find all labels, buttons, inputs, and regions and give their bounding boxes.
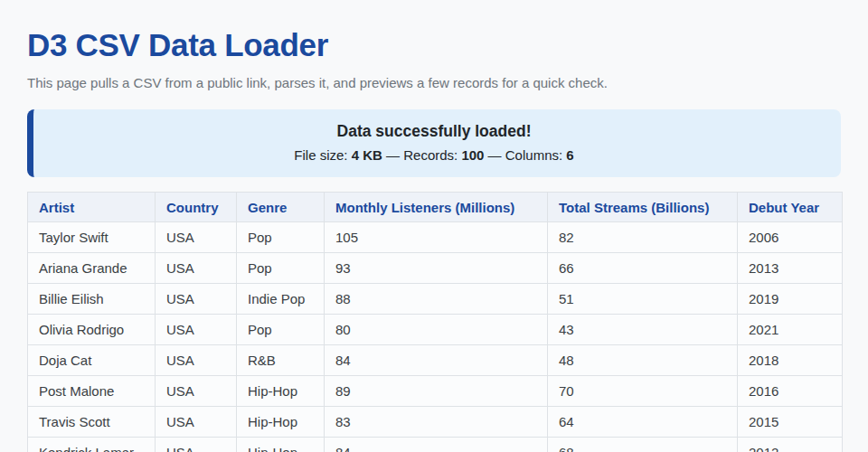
- columns-label: — Columns:: [484, 147, 566, 163]
- table-cell: 2019: [738, 284, 843, 315]
- table-row: Doja Cat USA R&B 84 48 2018: [28, 345, 843, 376]
- table-cell: Ariana Grande: [28, 253, 156, 284]
- file-size-value: 4 KB: [352, 147, 382, 163]
- table-cell: 105: [325, 222, 548, 253]
- table-cell: Hip-Hop: [237, 438, 325, 452]
- table-cell: 93: [325, 253, 548, 284]
- table-cell: Taylor Swift: [28, 222, 156, 253]
- table-row: Kendrick Lamar USA Hip-Hop 84 68 2012: [28, 438, 843, 452]
- table-cell: 80: [325, 315, 548, 345]
- table-cell: Pop: [237, 253, 325, 284]
- table-cell: 2006: [738, 222, 843, 253]
- page-title: D3 CSV Data Loader: [27, 27, 841, 63]
- table-cell: 68: [548, 438, 738, 452]
- table-cell: USA: [156, 222, 237, 253]
- table-row: Post Malone USA Hip-Hop 89 70 2016: [28, 376, 843, 407]
- table-cell: USA: [156, 407, 237, 438]
- column-header-monthly-listeners: Monthly Listeners (Millions): [325, 193, 548, 222]
- table-cell: USA: [156, 284, 237, 315]
- page-subtitle: This page pulls a CSV from a public link…: [27, 75, 841, 90]
- table-cell: USA: [156, 253, 237, 284]
- table-row: Ariana Grande USA Pop 93 66 2013: [28, 253, 843, 284]
- column-header-country: Country: [156, 193, 237, 222]
- table-cell: 48: [548, 345, 738, 376]
- table-cell: 66: [548, 253, 738, 284]
- table-cell: 43: [548, 315, 738, 345]
- alert-meta: File size: 4 KB — Records: 100 — Columns…: [45, 147, 823, 163]
- page-container: D3 CSV Data Loader This page pulls a CSV…: [0, 0, 868, 452]
- table-cell: 83: [325, 407, 548, 438]
- table-cell: Billie Eilish: [28, 284, 156, 315]
- table-cell: Indie Pop: [237, 284, 325, 315]
- table-cell: 2012: [738, 438, 843, 452]
- table-cell: Pop: [237, 315, 325, 345]
- column-header-total-streams: Total Streams (Billions): [548, 193, 738, 222]
- table-cell: Hip-Hop: [237, 407, 325, 438]
- table-cell: Travis Scott: [28, 407, 156, 438]
- table-cell: Pop: [237, 222, 325, 253]
- column-header-debut-year: Debut Year: [738, 193, 843, 222]
- table-cell: 2018: [738, 345, 843, 376]
- table-cell: 2013: [738, 253, 843, 284]
- column-header-genre: Genre: [237, 193, 325, 222]
- table-cell: Doja Cat: [28, 345, 156, 376]
- table-cell: 70: [548, 376, 738, 407]
- table-row: Billie Eilish USA Indie Pop 88 51 2019: [28, 284, 843, 315]
- table-cell: USA: [156, 376, 237, 407]
- records-label: — Records:: [382, 147, 462, 163]
- table-cell: 2016: [738, 376, 843, 407]
- table-cell: USA: [156, 438, 237, 452]
- table-cell: 84: [325, 438, 548, 452]
- table-cell: Hip-Hop: [237, 376, 325, 407]
- file-size-label: File size:: [294, 147, 351, 163]
- table-cell: 2015: [738, 407, 843, 438]
- alert-heading: Data successfully loaded!: [45, 122, 823, 141]
- csv-preview-table: Artist Country Genre Monthly Listeners (…: [27, 192, 843, 452]
- table-cell: USA: [156, 345, 237, 376]
- columns-value: 6: [566, 147, 573, 163]
- table-header-row: Artist Country Genre Monthly Listeners (…: [28, 193, 843, 222]
- table-cell: Olivia Rodrigo: [28, 315, 156, 345]
- table-cell: 84: [325, 345, 548, 376]
- table-row: Olivia Rodrigo USA Pop 80 43 2021: [28, 315, 843, 345]
- table-cell: 51: [548, 284, 738, 315]
- table-cell: 2021: [738, 315, 843, 345]
- table-cell: 89: [325, 376, 548, 407]
- table-cell: Kendrick Lamar: [28, 438, 156, 452]
- table-header: Artist Country Genre Monthly Listeners (…: [28, 193, 843, 222]
- table-row: Taylor Swift USA Pop 105 82 2006: [28, 222, 843, 253]
- table-body: Taylor Swift USA Pop 105 82 2006 Ariana …: [28, 222, 843, 452]
- column-header-artist: Artist: [28, 193, 156, 222]
- table-row: Travis Scott USA Hip-Hop 83 64 2015: [28, 407, 843, 438]
- table-cell: 64: [548, 407, 738, 438]
- table-cell: USA: [156, 315, 237, 345]
- records-value: 100: [461, 147, 484, 163]
- table-cell: R&B: [237, 345, 325, 376]
- table-cell: 88: [325, 284, 548, 315]
- table-cell: Post Malone: [28, 376, 156, 407]
- success-alert: Data successfully loaded! File size: 4 K…: [27, 109, 841, 177]
- table-cell: 82: [548, 222, 738, 253]
